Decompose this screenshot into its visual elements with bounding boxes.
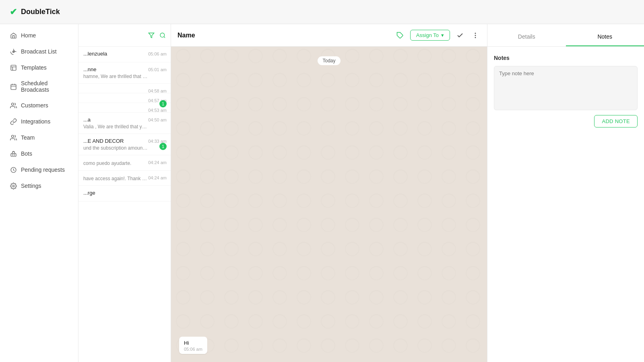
sidebar-label-templates: Templates <box>21 64 47 71</box>
chat-background: Today Hi 05:06 am <box>171 47 487 362</box>
svg-point-3 <box>11 103 14 105</box>
sidebar-label-broadcast: Broadcast List <box>21 48 57 55</box>
sidebar-label-scheduled: Scheduled Broadcasts <box>21 80 68 93</box>
more-options-icon[interactable] <box>470 30 481 41</box>
sidebar-item-scheduled[interactable]: Scheduled Broadcasts <box>3 76 75 97</box>
svg-rect-5 <box>11 153 16 156</box>
chat-item-name: ...rge <box>83 190 166 196</box>
tag-icon[interactable] <box>395 30 405 41</box>
sidebar-label-bots: Bots <box>21 150 32 157</box>
sidebar-label-customers: Customers <box>21 102 48 109</box>
sidebar-item-home[interactable]: Home <box>3 28 75 43</box>
sidebar-label-team: Team <box>21 134 35 141</box>
chat-item-time: 05:06 am <box>148 51 167 56</box>
sidebar-label-integrations: Integrations <box>21 118 50 125</box>
chat-item-time: 04:53 am <box>148 108 167 113</box>
chat-item[interactable]: ...rge <box>78 186 171 202</box>
chat-item-message: como puedo ayudarte. <box>83 160 148 166</box>
chat-items-list: ...lenzuela 05:06 am ...nne hamne, We ar… <box>78 47 171 362</box>
chat-messages: Today <box>171 47 487 362</box>
chat-item[interactable]: have access again!. Thank you 04:24 am <box>78 171 171 186</box>
chat-item-time: 04:24 am <box>148 175 167 180</box>
team-icon <box>10 134 17 141</box>
unread-badge: 1 <box>159 100 167 107</box>
tab-details[interactable]: Details <box>487 28 566 46</box>
sidebar-item-team[interactable]: Team <box>3 130 75 145</box>
chat-list-header <box>78 24 171 47</box>
chat-item[interactable]: 04:53 am 1 <box>78 103 171 113</box>
svg-point-7 <box>14 154 14 155</box>
notes-textarea[interactable] <box>494 66 638 110</box>
svg-point-6 <box>12 154 12 155</box>
chat-item-message: und the subscription amount ... <box>83 145 148 151</box>
chat-header: Name Assign To ▾ <box>171 24 487 47</box>
message-text: Hi <box>184 340 202 346</box>
customers-icon <box>10 102 17 109</box>
sidebar-item-bots[interactable]: Bots <box>3 146 75 161</box>
chat-item-message: hamne, We are thrilled that y... <box>83 74 148 79</box>
logo-text: DoubleTick <box>21 8 60 16</box>
integrations-icon <box>10 118 17 125</box>
sidebar-label-home: Home <box>21 32 36 39</box>
chat-item[interactable]: 04:58 am <box>78 84 171 93</box>
svg-point-9 <box>12 185 14 187</box>
sidebar-item-integrations[interactable]: Integrations <box>3 114 75 129</box>
chat-contact-name: Name <box>178 32 390 39</box>
svg-marker-10 <box>149 33 154 38</box>
pending-icon <box>10 166 17 173</box>
sidebar-item-customers[interactable]: Customers <box>3 98 75 113</box>
message-bubble: Hi 05:06 am <box>179 337 207 354</box>
sidebar-item-settings[interactable]: Settings <box>3 178 75 193</box>
filter-icon[interactable] <box>148 32 155 39</box>
chat-item-time: 05:01 am <box>148 67 167 72</box>
date-badge: Today <box>318 56 340 65</box>
topbar: ✔ DoubleTick <box>0 0 644 24</box>
chat-item-message: have access again!. Thank you <box>83 176 148 181</box>
chat-item[interactable]: ...nne hamne, We are thrilled that y... … <box>78 62 171 84</box>
right-panel-notes-content: Notes ADD NOTE <box>487 47 644 362</box>
sidebar-label-settings: Settings <box>21 183 41 189</box>
svg-point-13 <box>475 33 476 34</box>
svg-point-14 <box>475 35 476 36</box>
main-layout: Home Broadcast List Templates Scheduled … <box>0 24 644 362</box>
chevron-down-icon: ▾ <box>441 32 444 38</box>
search-icon[interactable] <box>159 32 166 39</box>
svg-rect-2 <box>11 84 16 89</box>
sidebar-item-pending[interactable]: Pending requests <box>3 162 75 177</box>
bots-icon <box>10 150 17 157</box>
right-panel-tabs: Details Notes <box>487 24 644 47</box>
sidebar-item-broadcast-list[interactable]: Broadcast List <box>3 44 75 59</box>
sidebar: Home Broadcast List Templates Scheduled … <box>0 24 78 362</box>
chat-item[interactable]: ...E AND DECOR und the subscription amou… <box>78 134 171 155</box>
settings-icon <box>10 182 17 189</box>
notes-section-title: Notes <box>494 55 638 61</box>
broadcast-icon <box>10 48 17 55</box>
add-note-button[interactable]: ADD NOTE <box>594 115 638 128</box>
sidebar-item-templates[interactable]: Templates <box>3 60 75 75</box>
sidebar-label-pending: Pending requests <box>21 167 65 173</box>
home-icon <box>10 32 17 39</box>
chat-item-message: Valia , We are thrilled that you'... <box>83 124 148 130</box>
right-panel: Details Notes Notes ADD NOTE <box>487 24 644 362</box>
assign-to-button[interactable]: Assign To ▾ <box>410 30 450 41</box>
chat-main: Name Assign To ▾ Today Hi <box>171 24 487 362</box>
svg-point-4 <box>11 135 14 138</box>
calendar-icon <box>10 83 17 90</box>
check-icon[interactable] <box>455 30 465 41</box>
svg-point-11 <box>160 33 165 37</box>
svg-rect-1 <box>11 65 16 70</box>
unread-badge: 1 <box>159 143 167 150</box>
chat-item[interactable]: ...lenzuela 05:06 am <box>78 47 171 62</box>
tab-notes[interactable]: Notes <box>566 28 644 46</box>
message-time: 05:06 am <box>184 347 202 352</box>
chat-item[interactable]: como puedo ayudarte. 04:24 am <box>78 155 171 171</box>
chat-item-time: 04:24 am <box>148 160 167 165</box>
templates-icon <box>10 64 17 71</box>
chat-item[interactable]: ...a Valia , We are thrilled that you'..… <box>78 113 171 134</box>
chat-item-time: 04:58 am <box>148 88 167 93</box>
assign-to-label: Assign To <box>416 32 439 38</box>
chat-list-panel: ...lenzuela 05:06 am ...nne hamne, We ar… <box>78 24 171 362</box>
svg-point-15 <box>475 37 476 38</box>
chat-item-time: 04:50 am <box>148 117 167 122</box>
chat-item[interactable]: 04:57 am <box>78 93 171 103</box>
